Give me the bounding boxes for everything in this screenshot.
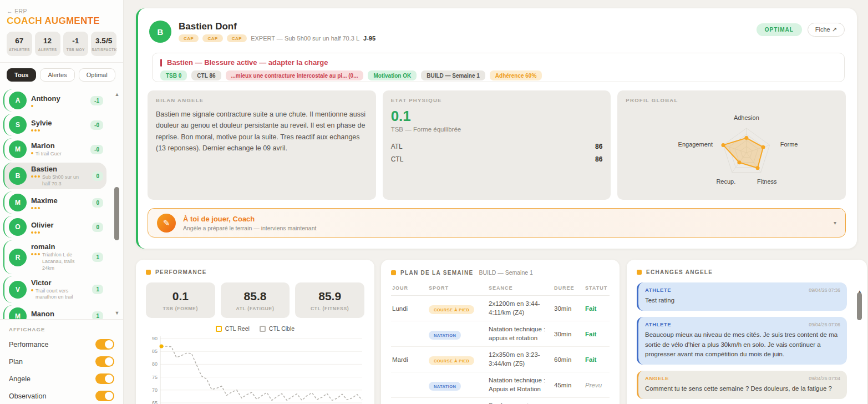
coach-action-callout[interactable]: ✎ À toi de jouer, Coach Angèle a préparé…: [148, 208, 846, 238]
athlete-list-item[interactable]: OOlivier0: [3, 216, 106, 238]
athlete-score-badge: 1: [92, 311, 103, 319]
svg-text:65: 65: [152, 400, 158, 404]
toggle-switch-angele[interactable]: [95, 373, 114, 384]
message-text: Comment tu te sens cette semaine ? Des d…: [645, 384, 840, 393]
athlete-list-item[interactable]: MMarionTi trail Guer-0: [3, 138, 106, 160]
display-settings-title: AFFICHAGE: [9, 326, 114, 332]
ctl-line-chart: 908580757065: [146, 334, 364, 404]
toggle-switch-plan[interactable]: [95, 356, 114, 367]
athlete-list-item[interactable]: MManon1: [3, 305, 106, 319]
status-dot-icon: [38, 231, 40, 234]
performance-header: PERFORMANCE: [146, 269, 364, 275]
section-bullet-icon: [637, 270, 642, 275]
bilan-card-title: BILAN ANGELE: [156, 97, 368, 103]
status-dot-icon: [38, 175, 40, 178]
athlete-list-item[interactable]: SSylvie-0: [3, 114, 106, 136]
alert-chip: ...mieux une contracture intercostale au…: [226, 70, 364, 80]
performance-card: PERFORMANCE 0.1TSB (FORME)85.8ATL (FATIG…: [136, 260, 374, 404]
table-row: NATATIONNatation technique : appuis et r…: [391, 321, 610, 347]
table-row: MardiCOURSE À PIED12x350m en 3:23-3:44/k…: [391, 347, 610, 372]
exchanges-card: ECHANGES ANGELE ATHLETE09/04/26 07:36Tes…: [627, 260, 867, 404]
athlete-avatar: S: [9, 116, 27, 134]
alert-chip: TSB 0: [160, 70, 187, 80]
athlete-info: MarionTi trail Guer: [31, 142, 86, 158]
toggle-switch-performance[interactable]: [95, 339, 114, 350]
athlete-list-item[interactable]: VVictorTrail court vers marathon en trai…: [3, 276, 106, 303]
toggle-knob: [105, 392, 113, 400]
athlete-list-item[interactable]: BBastienSub 5h00 sur un half 70.30: [3, 163, 106, 189]
back-to-erp-link[interactable]: ← ERP: [7, 8, 116, 14]
exchanges-title: ECHANGES ANGELE: [646, 269, 713, 275]
athlete-list-scrollbar[interactable]: ▲ ▼: [113, 92, 121, 316]
status-dot-icon: [31, 129, 33, 132]
toggle-label: Performance: [9, 341, 49, 349]
scrollbar-thumb[interactable]: [114, 187, 119, 240]
toggle-switch-observation[interactable]: [95, 391, 114, 401]
scrollbar-thumb[interactable]: [857, 292, 862, 320]
athlete-list-item[interactable]: RromainTriathlon L de Lacanau, trails 24…: [3, 240, 106, 274]
athlete-filters: TousAlertesOptimal: [0, 62, 123, 86]
filter-alertes[interactable]: Alertes: [40, 68, 74, 82]
athlete-avatar: M: [9, 140, 27, 158]
fiche-button[interactable]: Fiche ↗: [808, 23, 845, 37]
athlete-meta: [31, 128, 86, 132]
duration-cell: 45min: [554, 382, 582, 388]
athlete-score-badge: 0: [92, 223, 103, 232]
performance-title: PERFORMANCE: [155, 269, 207, 275]
sidebar-header: ← ERP COACH AUGMENTE: [0, 8, 123, 27]
toggle-row: Plan: [9, 353, 114, 370]
status-dot-icon: [34, 207, 37, 209]
toggle-knob: [105, 375, 113, 383]
sport-cell: COURSE À PIED: [429, 355, 485, 365]
status-dots: [31, 151, 33, 154]
scroll-down-icon[interactable]: ▼: [113, 310, 121, 316]
metric-row: ATL86: [391, 140, 603, 153]
athlete-info: Sylvie: [31, 119, 86, 132]
athlete-name: Sylvie: [31, 119, 86, 127]
summary-cards: BILAN ANGELE Bastien me signale contract…: [148, 90, 846, 200]
scroll-up-icon[interactable]: ▲: [113, 92, 121, 97]
message-timestamp: 09/04/26 07:36: [809, 287, 840, 293]
chat-scrollbar[interactable]: ▲: [856, 285, 863, 404]
status-dot-icon: [38, 253, 40, 255]
pencil-icon: ✎: [157, 214, 176, 233]
svg-text:90: 90: [152, 336, 158, 341]
chevron-down-icon[interactable]: ▾: [834, 220, 836, 226]
stat-label: ATL (FATIGUE): [222, 306, 288, 311]
athlete-subheader: CAPCAPCAP EXPERT — Sub 5h00 sur un half …: [179, 34, 375, 42]
filter-optimal[interactable]: Optimal: [79, 68, 115, 82]
athlete-meta: [31, 104, 86, 107]
plan-title: PLAN DE LA SEMAINE: [400, 270, 473, 276]
session-cell: Natation technique : appuis et rotation: [489, 325, 551, 342]
alert-chip: Adhérence 60%: [490, 70, 542, 80]
message-list: ATHLETE09/04/26 07:36Test ratingATHLETE0…: [637, 282, 857, 404]
session-cell: Natation technique : Appuis et Rotation: [489, 376, 551, 393]
performance-stat-tile: 0.1TSB (FORME): [146, 282, 215, 318]
athlete-list-item[interactable]: MMaxime0: [3, 191, 106, 214]
message-timestamp: 09/04/26 07:06: [809, 322, 840, 327]
filter-tous[interactable]: Tous: [7, 68, 36, 82]
chat-message: ATHLETE09/04/26 07:36Test rating: [637, 282, 847, 311]
column-header: STATUT: [585, 285, 608, 291]
status-dot-icon: [38, 129, 40, 132]
stat-value: 3.5/5: [92, 37, 116, 45]
injury-alert: Bastien — Blessure active — adapter la c…: [152, 53, 845, 82]
message-header: ATHLETE09/04/26 07:06: [645, 321, 840, 327]
athlete-info: BastienSub 5h00 sur un half 70.3: [31, 165, 88, 187]
athlete-goal: Sub 5h00 sur un half 70.3: [42, 174, 88, 187]
exchanges-header: ECHANGES ANGELE: [637, 269, 857, 275]
toggle-row: Observation: [9, 387, 114, 404]
athlete-list-item[interactable]: AAnthony-1: [3, 89, 106, 112]
svg-text:Recup.: Recup.: [717, 178, 736, 185]
status-cell: Fait: [585, 305, 608, 312]
athlete-header: B Bastien Donf CAPCAPCAP EXPERT — Sub 5h…: [149, 21, 375, 43]
column-header: JOUR: [392, 285, 425, 291]
column-header: DUREE: [554, 285, 582, 291]
athlete-list: AAnthony-1SSylvie-0MMarionTi trail Guer-…: [0, 86, 123, 319]
profil-global-card: PROFIL GLOBAL AdhesionFormeFitnessRecup.…: [617, 90, 846, 200]
status-dot-icon: [31, 289, 33, 291]
status-dots: [31, 288, 33, 291]
status-dots: [31, 104, 33, 107]
sport-tag-chip: CAP: [227, 34, 247, 42]
sport-pill: COURSE À PIED: [429, 305, 474, 314]
